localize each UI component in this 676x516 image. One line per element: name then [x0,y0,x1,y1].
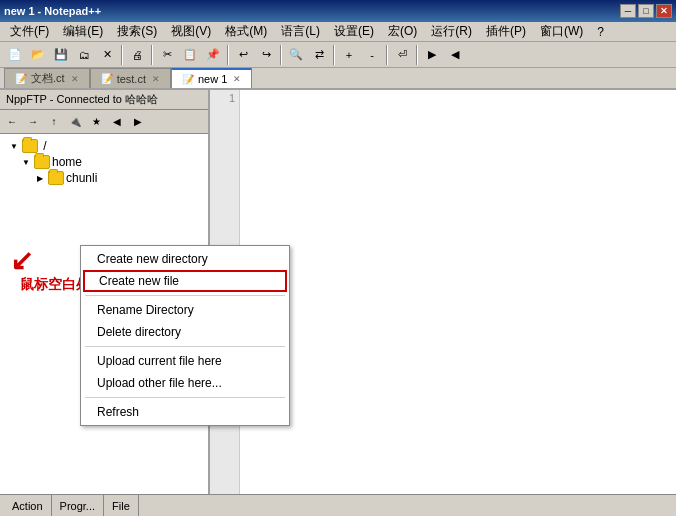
tab-test[interactable]: 📝 test.ct ✕ [90,68,171,88]
status-action-text: Action [12,500,43,512]
menu-window[interactable]: 窗口(W) [534,21,589,42]
panel-toolbar: ← → ↑ 🔌 ★ ◀ ▶ [0,110,208,134]
ctx-create-file[interactable]: Create new file [83,270,287,292]
tab-new1-icon: 📝 [182,74,194,85]
ctx-upload-current[interactable]: Upload current file here [81,350,289,372]
tab-new1-close[interactable]: ✕ [233,74,241,84]
main-content: NppFTP - Connected to 哈哈哈 ← → ↑ 🔌 ★ ◀ ▶ … [0,90,676,494]
undo-button[interactable]: ↩ [232,44,254,66]
menu-help[interactable]: ? [591,23,610,41]
tab-document-icon: 📝 [15,73,27,84]
menu-file[interactable]: 文件(F) [4,21,55,42]
panel-bookmark-button[interactable]: ★ [86,112,106,132]
folder-icon-chunli [48,171,64,185]
zoom-in-button[interactable]: + [338,44,360,66]
status-progress: Progr... [52,495,104,516]
title-bar: new 1 - Notepad++ ─ □ ✕ [0,0,676,22]
status-bar: Action Progr... File [0,494,676,516]
ctx-refresh[interactable]: Refresh [81,401,289,423]
indent-button[interactable]: ▶ [421,44,443,66]
tab-new1[interactable]: 📝 new 1 ✕ [171,68,252,88]
save-all-button[interactable]: 🗂 [73,44,95,66]
ctx-upload-other[interactable]: Upload other file here... [81,372,289,394]
ctx-separator-2 [85,346,285,347]
ctx-rename-dir[interactable]: Rename Directory [81,299,289,321]
folder-icon-home [34,155,50,169]
tree-label-root: / [40,139,47,153]
find-button[interactable]: 🔍 [285,44,307,66]
open-file-button[interactable]: 📂 [27,44,49,66]
status-file-text: File [112,500,130,512]
tree-arrow-root[interactable]: ▼ [8,140,20,152]
zoom-out-button[interactable]: - [361,44,383,66]
copy-button[interactable]: 📋 [179,44,201,66]
tree-label-chunli: chunli [66,171,97,185]
context-menu: Create new directory Create new file Ren… [80,245,290,426]
tab-test-close[interactable]: ✕ [152,74,160,84]
save-file-button[interactable]: 💾 [50,44,72,66]
menu-bar: 文件(F) 编辑(E) 搜索(S) 视图(V) 格式(M) 语言(L) 设置(E… [0,22,676,42]
cut-button[interactable]: ✂ [156,44,178,66]
close-file-button[interactable]: ✕ [96,44,118,66]
menu-macro[interactable]: 宏(O) [382,21,423,42]
tab-test-label: test.ct [117,73,146,85]
tab-new1-label: new 1 [198,73,227,85]
tree-item-home[interactable]: ▼ home [2,154,206,170]
panel-header-text: NppFTP - Connected to 哈哈哈 [6,92,158,107]
panel-left-button[interactable]: ◀ [107,112,127,132]
menu-edit[interactable]: 编辑(E) [57,21,109,42]
tab-document[interactable]: 📝 文档.ct ✕ [4,68,90,88]
line-num-1: 1 [210,92,239,108]
word-wrap-button[interactable]: ⏎ [391,44,413,66]
ctx-delete-dir[interactable]: Delete directory [81,321,289,343]
menu-search[interactable]: 搜索(S) [111,21,163,42]
toolbar-separator-5 [333,45,335,65]
toolbar-separator-2 [151,45,153,65]
outdent-button[interactable]: ◀ [444,44,466,66]
paste-button[interactable]: 📌 [202,44,224,66]
menu-view[interactable]: 视图(V) [165,21,217,42]
panel-back-button[interactable]: ← [2,112,22,132]
ctx-separator-3 [85,397,285,398]
menu-language[interactable]: 语言(L) [275,21,326,42]
tree-item-chunli[interactable]: ▶ chunli [2,170,206,186]
toolbar-separator-7 [416,45,418,65]
tree-arrow-chunli[interactable]: ▶ [34,172,46,184]
tab-document-label: 文档.ct [31,71,65,86]
tree-arrow-home[interactable]: ▼ [20,156,32,168]
toolbar-separator-1 [121,45,123,65]
ctx-separator-1 [85,295,285,296]
status-progress-text: Progr... [60,500,95,512]
arrow-indicator: ↙ [10,244,33,277]
menu-format[interactable]: 格式(M) [219,21,273,42]
ctx-create-dir[interactable]: Create new directory [81,248,289,270]
new-file-button[interactable]: 📄 [4,44,26,66]
panel-up-button[interactable]: ↑ [44,112,64,132]
menu-plugins[interactable]: 插件(P) [480,21,532,42]
tab-test-icon: 📝 [101,73,113,84]
panel-forward-button[interactable]: → [23,112,43,132]
maximize-button[interactable]: □ [638,4,654,18]
panel-right-button[interactable]: ▶ [128,112,148,132]
folder-icon-root [22,139,38,153]
editor-content[interactable] [242,90,676,494]
menu-run[interactable]: 运行(R) [425,21,478,42]
status-action: Action [4,495,52,516]
toolbar-separator-3 [227,45,229,65]
tree-item-root[interactable]: ▼ / [2,138,206,154]
close-button[interactable]: ✕ [656,4,672,18]
print-button[interactable]: 🖨 [126,44,148,66]
tab-document-close[interactable]: ✕ [71,74,79,84]
left-panel: NppFTP - Connected to 哈哈哈 ← → ↑ 🔌 ★ ◀ ▶ … [0,90,210,494]
tree-label-home: home [52,155,82,169]
status-file: File [104,495,139,516]
replace-button[interactable]: ⇄ [308,44,330,66]
toolbar: 📄 📂 💾 🗂 ✕ 🖨 ✂ 📋 📌 ↩ ↪ 🔍 ⇄ + - ⏎ ▶ ◀ [0,42,676,68]
menu-settings[interactable]: 设置(E) [328,21,380,42]
panel-connect-button[interactable]: 🔌 [65,112,85,132]
tab-bar: 📝 文档.ct ✕ 📝 test.ct ✕ 📝 new 1 ✕ [0,68,676,90]
redo-button[interactable]: ↪ [255,44,277,66]
toolbar-separator-6 [386,45,388,65]
panel-header: NppFTP - Connected to 哈哈哈 [0,90,208,110]
minimize-button[interactable]: ─ [620,4,636,18]
